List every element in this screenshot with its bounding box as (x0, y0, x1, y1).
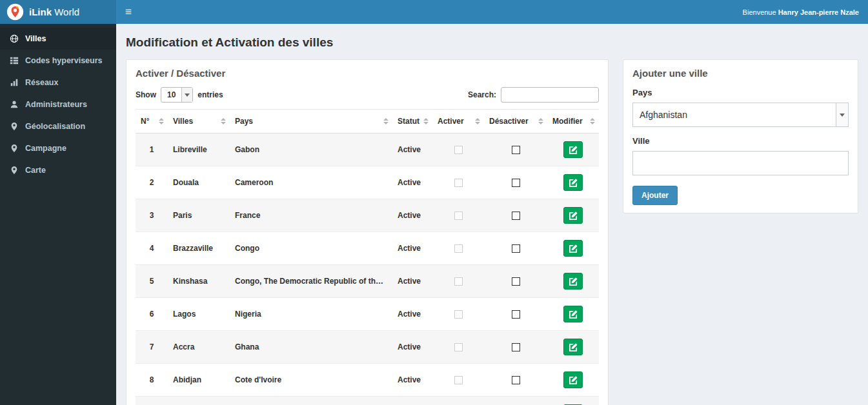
sort-icon (590, 118, 595, 124)
table-row: 6LagosNigeriaActive (136, 298, 599, 331)
modifier-button[interactable] (563, 207, 583, 224)
table-row: 8AbidjanCote d'IvoireActive (136, 364, 599, 397)
table-row: 5KinshasaCongo, The Democratic Republic … (136, 265, 599, 298)
activer-checkbox (454, 212, 463, 220)
pays-select[interactable]: Afghanistan (632, 103, 849, 127)
table-panel-title: Activer / Désactiver (136, 68, 599, 79)
modifier-button[interactable] (563, 240, 583, 257)
pays-cell: Gabon (230, 133, 392, 166)
sidebar-item-geolocalisation[interactable]: Géolocalisation (0, 115, 116, 137)
column-header-villes[interactable]: Villes (168, 110, 230, 133)
search-label: Search: (468, 90, 496, 99)
desactiver-checkbox[interactable] (512, 146, 520, 154)
ville-cell: Accra (168, 331, 230, 364)
modifier-button[interactable] (563, 306, 583, 322)
sort-icon (538, 118, 543, 124)
column-header-modifier[interactable]: Modifier (547, 110, 599, 133)
row-number: 9 (136, 397, 168, 405)
search-input[interactable] (501, 87, 599, 103)
desactiver-checkbox[interactable] (512, 179, 520, 187)
edit-icon (569, 376, 578, 384)
sidebar-item-carte[interactable]: Carte (0, 159, 116, 181)
sort-icon (383, 118, 389, 124)
statut-cell: Active (392, 199, 432, 232)
modifier-button[interactable] (563, 174, 583, 191)
desactiver-checkbox[interactable] (512, 277, 520, 286)
row-number: 6 (136, 298, 168, 331)
list-icon (10, 56, 19, 65)
pays-select-value: Afghanistan (633, 103, 687, 126)
statut-cell: Active (392, 397, 432, 405)
top-navbar: iLink World ≡ Bienvenue Hanry Jean-pierr… (0, 0, 868, 24)
column-header-desactiver[interactable]: Désactiver (484, 110, 547, 133)
sort-icon (159, 118, 164, 124)
pays-cell: Senegal (230, 397, 392, 405)
row-number: 8 (136, 364, 168, 397)
pays-cell: Cameroon (230, 166, 392, 199)
table-row: 9DakarSenegalActive (136, 397, 599, 405)
navbar-main: ≡ Bienvenue Hanry Jean-pierre Nzale (116, 0, 868, 24)
activer-checkbox (454, 244, 463, 253)
ajouter-button[interactable]: Ajouter (632, 186, 678, 205)
welcome-text: Bienvenue Hanry Jean-pierre Nzale (743, 8, 859, 16)
row-number: 2 (136, 166, 168, 199)
show-label: Show (136, 90, 156, 99)
sidebar-item-reseaux[interactable]: Réseaux (0, 72, 116, 94)
desactiver-checkbox[interactable] (512, 343, 520, 351)
globe-icon (10, 34, 19, 43)
table-row: 4BrazzavilleCongoActive (136, 232, 599, 265)
sidebar-item-administrateurs[interactable]: Administrateurs (0, 94, 116, 115)
column-header-num[interactable]: N° (136, 110, 168, 133)
ville-input[interactable] (632, 151, 849, 175)
pays-cell: Nigeria (230, 298, 392, 331)
welcome-user: Hanry Jean-pierre Nzale (778, 8, 859, 16)
map-marker-icon (10, 144, 19, 153)
edit-icon (569, 179, 578, 187)
sidebar-item-campagne[interactable]: Campagne (0, 137, 116, 159)
modifier-button[interactable] (563, 273, 583, 290)
pays-cell: Ghana (230, 331, 392, 364)
pays-cell: Cote d'Ivoire (230, 364, 392, 397)
ville-cell: Lagos (168, 298, 230, 331)
edit-icon (569, 244, 578, 253)
pays-label: Pays (632, 88, 849, 97)
column-header-activer[interactable]: Activer (432, 110, 484, 133)
sort-icon (475, 118, 480, 124)
modifier-button[interactable] (563, 371, 583, 388)
column-header-statut[interactable]: Statut (392, 110, 432, 133)
table-row: 2DoualaCameroonActive (136, 166, 599, 199)
main-content: Modification et Activation des villes Ac… (116, 24, 868, 405)
brand[interactable]: iLink World (0, 0, 116, 24)
table-row: 3ParisFranceActive (136, 199, 599, 232)
entries-select[interactable]: 10 (161, 87, 193, 103)
ville-cell: Dakar (168, 397, 230, 405)
pays-cell: Congo, The Democratic Republic of the Co… (230, 265, 392, 298)
desactiver-checkbox[interactable] (512, 212, 520, 220)
sidebar-item-label: Carte (25, 166, 46, 175)
villes-table-panel: Activer / Désactiver Show 10 entries Sea… (126, 59, 609, 405)
sidebar-item-label: Codes hyperviseurs (25, 56, 103, 65)
menu-icon[interactable]: ≡ (125, 6, 132, 17)
desactiver-checkbox[interactable] (512, 376, 520, 384)
desactiver-checkbox[interactable] (512, 310, 520, 319)
sidebar-item-villes[interactable]: Villes (0, 28, 116, 50)
sidebar-item-label: Villes (25, 34, 46, 43)
table-controls: Show 10 entries Search: (136, 87, 599, 103)
table-row: 1LibrevilleGabonActive (136, 133, 599, 166)
page-title: Modification et Activation des villes (126, 35, 858, 50)
desactiver-checkbox[interactable] (512, 244, 520, 253)
statut-cell: Active (392, 364, 432, 397)
sort-icon (221, 118, 226, 124)
row-number: 1 (136, 133, 168, 166)
sidebar-item-codes-hyperviseurs[interactable]: Codes hyperviseurs (0, 50, 116, 72)
column-header-pays[interactable]: Pays (230, 110, 392, 133)
statut-cell: Active (392, 265, 432, 298)
edit-icon (569, 212, 578, 220)
modifier-button[interactable] (563, 141, 583, 158)
modifier-button[interactable] (563, 339, 583, 355)
activer-checkbox (454, 343, 463, 351)
pays-cell: France (230, 199, 392, 232)
row-number: 4 (136, 232, 168, 265)
statut-cell: Active (392, 232, 432, 265)
chevron-down-icon (836, 103, 848, 126)
